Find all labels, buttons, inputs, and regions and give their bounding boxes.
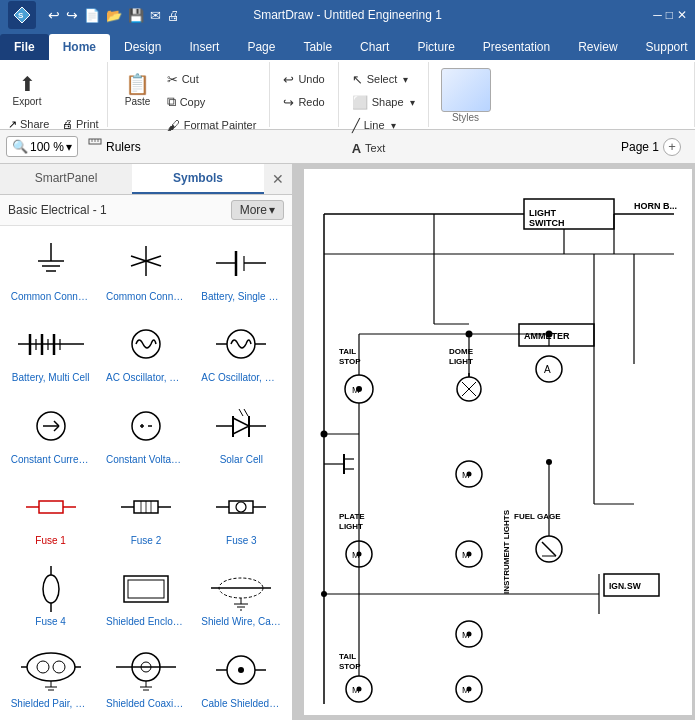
export-icon: ⬆ [19, 74, 36, 94]
tab-home[interactable]: Home [49, 34, 110, 60]
styles-group: Styles [429, 62, 695, 127]
symbol-fuse-2[interactable]: Fuse 2 [99, 474, 192, 553]
symbols-tab[interactable]: Symbols [132, 164, 264, 194]
symbol-fuse-1[interactable]: Fuse 1 [4, 474, 97, 553]
toolbar-print-icon[interactable]: 🖨 [167, 8, 180, 23]
svg-point-149 [546, 331, 553, 338]
svg-point-54 [43, 575, 59, 603]
tab-picture[interactable]: Picture [403, 34, 468, 60]
svg-text:IGN.: IGN. [609, 581, 626, 591]
symbol-constant-current[interactable]: Constant Current... [4, 393, 97, 472]
tab-file[interactable]: File [0, 34, 49, 60]
tab-table[interactable]: Table [289, 34, 346, 60]
svg-point-66 [37, 661, 49, 673]
toolbar-save-icon[interactable]: 💾 [128, 8, 144, 23]
smartpanel-tab[interactable]: SmartPanel [0, 164, 132, 194]
toolbar-email-icon[interactable]: ✉ [150, 8, 161, 23]
export-group: ⬆ Export ↗ Share 🖨 Print [0, 62, 108, 127]
paste-button[interactable]: 📋 Paste [116, 64, 160, 116]
share-icon: ↗ [8, 118, 17, 131]
tab-chart[interactable]: Chart [346, 34, 403, 60]
tab-page[interactable]: Page [233, 34, 289, 60]
category-bar: Basic Electrical - 1 More ▾ [0, 195, 292, 226]
shape-button[interactable]: ⬜ Shape ▾ [347, 91, 420, 113]
svg-point-132 [467, 632, 472, 637]
tab-review[interactable]: Review [564, 34, 631, 60]
svg-point-33 [132, 412, 160, 440]
print-icon: 🖨 [62, 118, 73, 130]
svg-point-65 [27, 653, 75, 681]
page-label: Page 1 [621, 140, 659, 154]
add-page-button[interactable]: + [663, 138, 681, 156]
svg-point-148 [466, 331, 473, 338]
left-panel: SmartPanel Symbols ✕ Basic Electrical - … [0, 164, 293, 720]
maximize-btn[interactable]: □ [666, 8, 673, 22]
close-btn[interactable]: ✕ [677, 8, 687, 22]
line-button[interactable]: ╱ Line ▾ [347, 114, 401, 136]
redo-button[interactable]: ↪ Redo [278, 91, 329, 113]
symbol-common-connector-2[interactable]: Common Connec... [99, 230, 192, 309]
symbol-common-connector-1[interactable]: Common Connec... [4, 230, 97, 309]
symbol-battery-multi[interactable]: Battery, Multi Cell [4, 311, 97, 390]
svg-point-67 [53, 661, 65, 673]
tab-insert[interactable]: Insert [175, 34, 233, 60]
svg-text:DOME: DOME [449, 347, 474, 356]
page-indicator: Page 1 + [621, 138, 689, 156]
cut-button[interactable]: ✂ Cut [162, 68, 262, 90]
symbol-constant-voltage[interactable]: Constant Voltage,... [99, 393, 192, 472]
symbol-fuse-4[interactable]: Fuse 4 [4, 555, 97, 634]
toolbar-undo-icon[interactable]: ↩ [48, 7, 60, 23]
symbol-shield-wire[interactable]: Shield Wire, Cable [195, 555, 288, 634]
clipboard-group: 📋 Paste ✂ Cut ⧉ Copy 🖌 Format Painter [108, 62, 271, 127]
canvas-area[interactable]: LIGHT SWITCH HORN B... TAIL STOP M DOME … [293, 164, 695, 720]
svg-point-95 [356, 386, 362, 392]
app-logo: S [8, 1, 36, 29]
toolbar-new-icon[interactable]: 📄 [84, 8, 100, 23]
svg-point-52 [236, 502, 246, 512]
diagram-canvas: LIGHT SWITCH HORN B... TAIL STOP M DOME … [293, 164, 695, 720]
format-painter-icon: 🖌 [167, 118, 180, 133]
rulers-button[interactable]: Rulers [82, 135, 147, 158]
symbol-solar-cell[interactable]: Solar Cell [195, 393, 288, 472]
svg-text:S: S [18, 11, 24, 20]
symbol-shielded-pair[interactable]: Shielded Pair, Cable [4, 637, 97, 716]
tab-support[interactable]: Support [632, 34, 695, 60]
print-label[interactable]: Print [76, 118, 99, 130]
undo-button[interactable]: ↩ Undo [278, 68, 329, 90]
symbol-shielded-coaxial[interactable]: Shielded Coaxial... [99, 637, 192, 716]
zoom-value: 100 % [30, 140, 64, 154]
panel-close-button[interactable]: ✕ [264, 164, 292, 194]
symbol-ac-oscillator-2[interactable]: AC Oscillator, Sou... [195, 311, 288, 390]
toolbar-open-icon[interactable]: 📂 [106, 8, 122, 23]
text-button[interactable]: A Text [347, 137, 391, 159]
svg-text:STOP: STOP [339, 357, 361, 366]
svg-line-42 [239, 409, 243, 416]
format-painter-button[interactable]: 🖌 Format Painter [162, 114, 262, 136]
svg-point-129 [467, 552, 472, 557]
symbol-shielded-enclosure[interactable]: Shielded Enclosure [99, 555, 192, 634]
svg-point-162 [321, 591, 327, 597]
symbol-ac-oscillator-1[interactable]: AC Oscillator, Sou... [99, 311, 192, 390]
tab-presentation[interactable]: Presentation [469, 34, 564, 60]
minimize-btn[interactable]: ─ [653, 8, 662, 22]
zoom-box[interactable]: 🔍 100 % ▾ [6, 136, 78, 157]
copy-button[interactable]: ⧉ Copy [162, 91, 262, 113]
more-dropdown-icon: ▾ [269, 203, 275, 217]
share-label[interactable]: Share [20, 118, 49, 130]
svg-text:PLATE: PLATE [339, 512, 365, 521]
undo-group: ↩ Undo ↪ Redo [270, 62, 338, 127]
more-button[interactable]: More ▾ [231, 200, 284, 220]
export-button[interactable]: ⬆ Export [8, 64, 46, 116]
symbol-cable-shielded[interactable]: Cable Shielded at... [195, 637, 288, 716]
svg-text:A: A [544, 364, 551, 375]
select-button[interactable]: ↖ Select ▾ [347, 68, 414, 90]
svg-point-150 [321, 431, 328, 438]
tab-design[interactable]: Design [110, 34, 175, 60]
select-icon: ↖ [352, 72, 363, 87]
toolbar-redo-icon[interactable]: ↪ [66, 7, 78, 23]
text-icon: A [352, 141, 361, 156]
symbol-battery-single[interactable]: Battery, Single Cell [195, 230, 288, 309]
title-bar: S ↩ ↪ 📄 📂 💾 ✉ 🖨 SmartDraw - Untitled Eng… [0, 0, 695, 30]
symbol-fuse-3[interactable]: Fuse 3 [195, 474, 288, 553]
paste-icon: 📋 [125, 74, 150, 94]
